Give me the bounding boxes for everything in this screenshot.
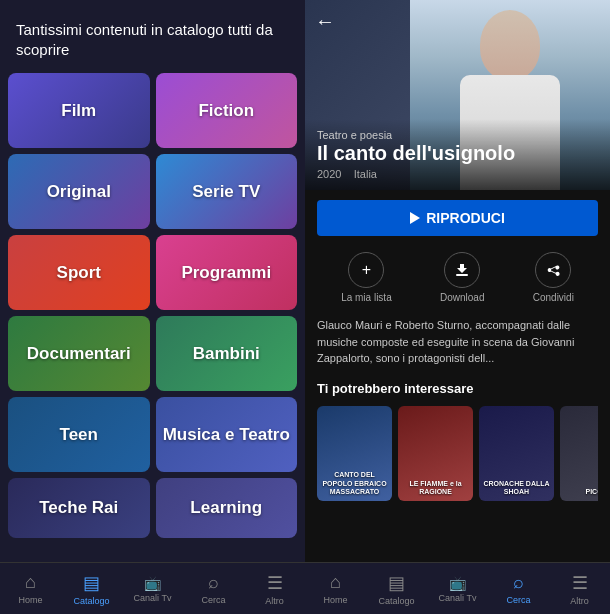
- grid-item-film[interactable]: Film: [8, 73, 150, 148]
- catalog-icon-right: ▤: [388, 572, 405, 594]
- nav-canali-right[interactable]: 📺 Canali Tv: [427, 563, 488, 614]
- svg-rect-0: [456, 274, 468, 276]
- nav-canali-left[interactable]: 📺 Canali Tv: [122, 563, 183, 614]
- related-row: CANTO DEL POPOLO EBRAICO MASSACRATO LE F…: [317, 406, 598, 501]
- nav-catalogo-left[interactable]: ▤ Catalogo: [61, 563, 122, 614]
- detail-category: Teatro e poesia: [317, 129, 598, 141]
- related-title: Ti potrebbero interessare: [317, 381, 598, 396]
- grid-item-learning[interactable]: Learning: [156, 478, 298, 538]
- action-condividi[interactable]: Condividi: [533, 252, 574, 303]
- description-text: Glauco Mauri e Roberto Sturno, accompagn…: [317, 317, 598, 367]
- nav-home-left[interactable]: ⌂ Home: [0, 563, 61, 614]
- related-item-3[interactable]: PICCO CON...: [560, 406, 598, 501]
- detail-meta: 2020 Italia: [317, 168, 598, 180]
- left-bottom-nav: ⌂ Home ▤ Catalogo 📺 Canali Tv ⌕ Cerca ☰ …: [0, 562, 305, 614]
- grid-item-original[interactable]: Original: [8, 154, 150, 229]
- detail-title: Il canto dell'usignolo: [317, 141, 598, 165]
- home-icon: ⌂: [25, 572, 36, 593]
- category-grid: Film Fiction Original Serie TV Sport Pro…: [0, 73, 305, 546]
- grid-item-fiction[interactable]: Fiction: [156, 73, 298, 148]
- nav-altro-left[interactable]: ☰ Altro: [244, 563, 305, 614]
- grid-item-programmi[interactable]: Programmi: [156, 235, 298, 310]
- action-row: + La mia lista Download Condi: [317, 252, 598, 303]
- grid-item-teen[interactable]: Teen: [8, 397, 150, 472]
- detail-panel: Teatro e poesia Il canto dell'usignolo 2…: [305, 0, 610, 614]
- nav-cerca-left[interactable]: ⌕ Cerca: [183, 563, 244, 614]
- detail-hero: Teatro e poesia Il canto dell'usignolo 2…: [305, 0, 610, 190]
- detail-content: RIPRODUCI + La mia lista Download: [305, 190, 610, 511]
- share-icon: [535, 252, 571, 288]
- grid-item-sport[interactable]: Sport: [8, 235, 150, 310]
- nav-cerca-right[interactable]: ⌕ Cerca: [488, 563, 549, 614]
- tv-icon: 📺: [144, 575, 161, 591]
- nav-catalogo-right[interactable]: ▤ Catalogo: [366, 563, 427, 614]
- play-button[interactable]: RIPRODUCI: [317, 200, 598, 236]
- grid-item-bambini[interactable]: Bambini: [156, 316, 298, 391]
- grid-item-techerai[interactable]: Teche Rai: [8, 478, 150, 538]
- more-icon-right: ☰: [572, 572, 588, 594]
- catalog-header: Tantissimi contenuti in catalogo tutti d…: [0, 0, 305, 73]
- back-button[interactable]: ←: [315, 10, 335, 33]
- action-download[interactable]: Download: [440, 252, 484, 303]
- tv-icon-right: 📺: [449, 575, 466, 591]
- add-list-icon: +: [348, 252, 384, 288]
- related-item-0[interactable]: CANTO DEL POPOLO EBRAICO MASSACRATO: [317, 406, 392, 501]
- action-mia-lista[interactable]: + La mia lista: [341, 252, 392, 303]
- catalog-icon: ▤: [83, 572, 100, 594]
- right-bottom-nav: ⌂ Home ▤ Catalogo 📺 Canali Tv ⌕ Cerca ☰ …: [305, 562, 610, 614]
- search-icon-left: ⌕: [208, 572, 219, 593]
- related-item-2[interactable]: CRONACHE DALLA SHOAH: [479, 406, 554, 501]
- home-icon-right: ⌂: [330, 572, 341, 593]
- nav-home-right[interactable]: ⌂ Home: [305, 563, 366, 614]
- grid-item-documentari[interactable]: Documentari: [8, 316, 150, 391]
- more-icon-left: ☰: [267, 572, 283, 594]
- grid-item-serietv[interactable]: Serie TV: [156, 154, 298, 229]
- related-item-1[interactable]: LE FIAMME e la RAGIONE: [398, 406, 473, 501]
- search-icon-right: ⌕: [513, 572, 524, 593]
- grid-item-musicateatro[interactable]: Musica e Teatro: [156, 397, 298, 472]
- play-icon: [410, 212, 420, 224]
- nav-altro-right[interactable]: ☰ Altro: [549, 563, 610, 614]
- download-icon: [444, 252, 480, 288]
